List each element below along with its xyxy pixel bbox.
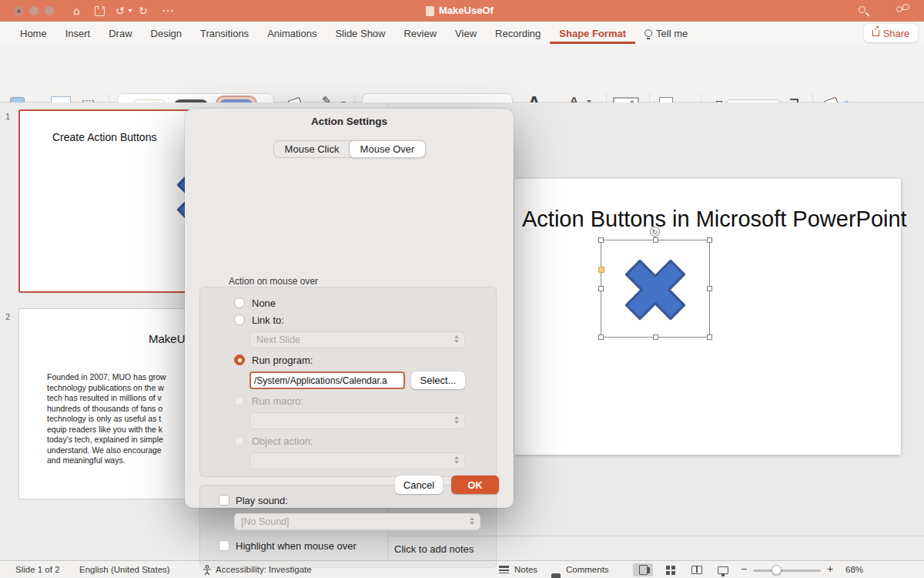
- select-chevrons-icon: [454, 456, 459, 464]
- tab-insert[interactable]: Insert: [56, 22, 100, 44]
- resize-handle-e[interactable]: [707, 286, 712, 291]
- shape-selection-box[interactable]: [601, 240, 710, 338]
- undo-chevron-icon[interactable]: [128, 9, 132, 12]
- tab-draw[interactable]: Draw: [99, 22, 141, 44]
- radio-none-label[interactable]: None: [252, 297, 276, 309]
- slide-sorter-button[interactable]: [661, 563, 681, 576]
- share-button[interactable]: Share: [864, 24, 918, 42]
- more-commands-icon[interactable]: ⋯: [162, 5, 174, 16]
- cancel-button[interactable]: Cancel: [395, 476, 443, 494]
- lightbulb-icon: [644, 29, 652, 37]
- powerpoint-window: ⌂ ↺ ↻ ⋯ MakeUseOf Home Insert Draw Desig…: [0, 0, 924, 578]
- tab-mouse-over[interactable]: Mouse Over: [349, 140, 426, 158]
- tab-recording[interactable]: Recording: [486, 22, 550, 44]
- highlight-checkbox[interactable]: [219, 540, 229, 551]
- language-status[interactable]: English (United States): [79, 565, 170, 574]
- save-icon[interactable]: [95, 6, 105, 16]
- notes-toggle-icon: [499, 566, 509, 573]
- play-sound-label[interactable]: Play sound:: [236, 495, 288, 506]
- dialog-title: Action Settings: [185, 116, 514, 127]
- redo-icon[interactable]: ↻: [139, 5, 148, 16]
- undo-icon[interactable]: ↺: [116, 5, 125, 16]
- radio-none[interactable]: [234, 297, 245, 308]
- title-bar: ⌂ ↺ ↻ ⋯ MakeUseOf: [0, 0, 924, 22]
- zoom-slider-track[interactable]: [753, 570, 821, 572]
- zoom-slider-knob[interactable]: [772, 565, 782, 575]
- reading-view-button[interactable]: [687, 563, 707, 576]
- slide-sorter-icon: [666, 566, 675, 575]
- home-icon[interactable]: ⌂: [73, 5, 80, 16]
- zoom-out-button[interactable]: −: [741, 563, 747, 575]
- tab-slide-show[interactable]: Slide Show: [326, 22, 394, 44]
- normal-view-icon: [639, 565, 648, 575]
- radio-object-action[interactable]: [234, 435, 245, 446]
- resize-handle-n[interactable]: [653, 237, 658, 243]
- tab-shape-format[interactable]: Shape Format: [550, 22, 635, 44]
- comments-toggle-icon: [551, 573, 561, 578]
- notes-toggle[interactable]: Notes: [514, 565, 537, 574]
- ribbon-toolbar: Shapes A TextBox ‹ Abc Abc Abc › ShapeFi…: [0, 45, 924, 102]
- zoom-in-button[interactable]: +: [827, 563, 833, 575]
- dialog-tab-group: Mouse Click Mouse Over: [273, 140, 426, 158]
- tab-animations[interactable]: Animations: [258, 22, 326, 44]
- people-icon[interactable]: [896, 6, 902, 12]
- ribbon-tab-bar: Home Insert Draw Design Transitions Anim…: [0, 22, 924, 45]
- close-window-icon[interactable]: [14, 6, 23, 15]
- reading-view-icon: [691, 566, 702, 574]
- zoom-level[interactable]: 68%: [845, 565, 863, 574]
- resize-handle-sw[interactable]: [598, 334, 604, 340]
- radio-run-program-label[interactable]: Run program:: [252, 355, 313, 366]
- slide-title[interactable]: Action Buttons in Microsoft PowerPoint: [522, 207, 907, 232]
- radio-link-to[interactable]: [234, 314, 245, 325]
- document-icon: [426, 6, 434, 16]
- x-shape[interactable]: [608, 244, 703, 335]
- normal-view-button[interactable]: [633, 563, 653, 576]
- slideshow-button[interactable]: [713, 563, 733, 576]
- radio-link-to-label[interactable]: Link to:: [252, 314, 284, 326]
- object-action-select: [249, 452, 465, 469]
- radio-run-program[interactable]: [234, 355, 245, 365]
- play-sound-checkbox[interactable]: [219, 495, 229, 506]
- slide-editor[interactable]: Action Buttons in Microsoft PowerPoint ↻: [514, 179, 901, 455]
- minimize-window-icon[interactable]: [29, 6, 38, 15]
- tab-view[interactable]: View: [446, 22, 486, 44]
- resize-handle-se[interactable]: [707, 334, 712, 340]
- tab-home[interactable]: Home: [11, 22, 56, 44]
- tab-design[interactable]: Design: [142, 22, 191, 44]
- run-macro-select: [249, 412, 465, 429]
- resize-handle-nw[interactable]: [598, 237, 604, 243]
- thumbnail-2-body: Founded in 2007, MUO has grow technology…: [47, 372, 166, 466]
- ok-button[interactable]: OK: [451, 476, 499, 494]
- link-to-select: Next Slide: [249, 331, 465, 348]
- select-chevrons-icon: [454, 335, 459, 343]
- document-title: MakeUseOf: [439, 5, 494, 16]
- dialog-section-label: Action on mouse over: [229, 276, 318, 287]
- thumbnail-1-title: Create Action Buttons: [52, 131, 156, 143]
- resize-handle-ne[interactable]: [707, 237, 712, 243]
- action-settings-dialog: Action Settings Mouse Click Mouse Over A…: [185, 109, 514, 508]
- select-chevrons-icon: [470, 517, 474, 525]
- select-program-button[interactable]: Select...: [411, 371, 465, 389]
- rotate-handle-icon[interactable]: ↻: [650, 227, 660, 237]
- play-sound-select: [No Sound]: [234, 513, 480, 530]
- share-icon: [872, 30, 879, 36]
- radio-run-macro-label: Run macro:: [252, 395, 303, 407]
- resize-handle-w[interactable]: [598, 286, 604, 291]
- comments-toggle[interactable]: Comments: [566, 565, 609, 574]
- thumbnail-number: 2: [5, 312, 10, 321]
- thumbnail-number: 1: [5, 112, 10, 121]
- search-icon[interactable]: [859, 6, 865, 13]
- tab-mouse-click[interactable]: Mouse Click: [274, 141, 350, 157]
- tab-transitions[interactable]: Transitions: [191, 22, 258, 44]
- radio-object-action-label: Object action:: [252, 435, 313, 447]
- run-program-input[interactable]: /System/Applications/Calendar.a: [249, 371, 405, 389]
- highlight-label[interactable]: Highlight when mouse over: [236, 540, 357, 552]
- slide-counter[interactable]: Slide 1 of 2: [15, 565, 60, 574]
- tab-review[interactable]: Review: [394, 22, 446, 44]
- adjust-handle[interactable]: [598, 267, 604, 273]
- tell-me[interactable]: Tell me: [635, 22, 697, 44]
- slideshow-icon: [718, 566, 728, 574]
- radio-run-macro[interactable]: [234, 395, 245, 406]
- zoom-window-icon[interactable]: [45, 6, 54, 15]
- resize-handle-s[interactable]: [653, 334, 658, 340]
